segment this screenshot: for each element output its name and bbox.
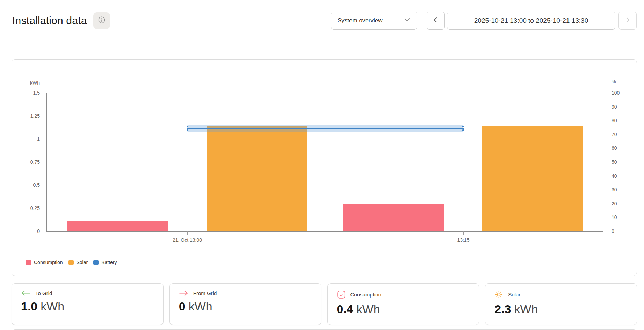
y-axis-left-tick: 0.75 <box>19 159 40 165</box>
chart-legend: ConsumptionSolarBattery <box>26 259 117 265</box>
y-axis-right-tick: 100 <box>612 90 620 96</box>
y-axis-right-tick: 0 <box>612 228 614 234</box>
bar-solar[interactable] <box>482 126 583 231</box>
date-range-button[interactable]: 2025-10-21 13:00 to 2025-10-21 13:30 <box>447 12 615 30</box>
stat-card-number: 0 <box>179 300 186 313</box>
legend-label: Consumption <box>34 259 63 265</box>
y-axis-right-tick: 60 <box>612 145 617 151</box>
date-range-label: 2025-10-21 13:00 to 2025-10-21 13:30 <box>474 17 588 24</box>
chart-card: kWh%1.51.2510.750.50.2501009080706050403… <box>12 59 637 276</box>
next-period-button[interactable] <box>618 12 637 30</box>
stat-card-from-grid: From Grid0kWh <box>169 283 321 325</box>
legend-swatch <box>93 260 99 265</box>
bar-solar[interactable] <box>207 126 307 231</box>
stat-card-label: Consumption <box>350 292 381 298</box>
info-icon <box>98 16 106 25</box>
stat-card-consumption: Consumption0.4kWh <box>327 283 479 325</box>
stat-card-solar: Solar2.3kWh <box>485 283 637 325</box>
y-axis-right-unit: % <box>612 79 616 85</box>
stat-card-label: From Grid <box>193 290 217 296</box>
y-axis-right-tick: 10 <box>612 214 617 220</box>
prev-period-button[interactable] <box>427 12 445 30</box>
stat-card-label: Solar <box>508 292 520 298</box>
energy-chart: kWh%1.51.2510.750.50.2501009080706050403… <box>12 60 637 276</box>
y-axis-right-tick: 80 <box>612 118 617 123</box>
chevron-left-icon <box>433 17 439 24</box>
outlet-icon <box>337 290 346 299</box>
stat-card-number: 0.4 <box>337 302 353 316</box>
legend-item-battery[interactable]: Battery <box>93 259 117 265</box>
legend-label: Battery <box>101 259 117 265</box>
arrow-right-icon <box>179 290 188 296</box>
y-axis-right-tick: 30 <box>612 187 617 192</box>
stat-card-to-grid: To Grid1.0kWh <box>12 283 164 325</box>
x-axis-tick-label: 21. Oct 13:00 <box>173 237 202 243</box>
stat-card-header: Solar <box>494 290 628 299</box>
battery-point-marker <box>462 126 464 127</box>
view-selector-value: System overview <box>338 17 382 24</box>
view-selector[interactable]: System overview <box>331 12 417 30</box>
chevron-down-icon <box>404 16 411 25</box>
stat-card-label: To Grid <box>35 290 52 296</box>
stat-card-value: 0kWh <box>179 300 312 313</box>
x-axis-tick-mark <box>187 231 188 235</box>
x-axis-tick-label: 13:15 <box>457 237 469 243</box>
legend-item-solar[interactable]: Solar <box>68 259 88 265</box>
battery-point-marker <box>462 130 464 131</box>
y-axis-right-tick: 20 <box>612 201 617 206</box>
bar-consumption[interactable] <box>343 204 444 231</box>
page-title: Installation data <box>12 15 87 27</box>
chevron-right-icon <box>624 17 631 24</box>
stat-card-unit: kWh <box>514 302 538 316</box>
y-axis-left-tick: 0 <box>19 228 40 234</box>
arrow-left-icon <box>21 290 30 296</box>
x-axis-tick-mark <box>463 231 464 235</box>
stat-card-value: 1.0kWh <box>21 300 154 313</box>
sun-icon <box>494 290 503 299</box>
y-axis-left-line <box>46 93 47 231</box>
bar-consumption[interactable] <box>67 221 168 231</box>
stat-card-unit: kWh <box>189 300 212 313</box>
x-axis-line <box>46 231 603 232</box>
legend-label: Solar <box>77 259 88 265</box>
stat-card-number: 1.0 <box>21 300 37 313</box>
battery-line[interactable] <box>187 128 463 129</box>
header: Installation data System overview 2025-1… <box>0 0 644 41</box>
info-button[interactable] <box>93 12 110 29</box>
stat-card-value: 2.3kWh <box>494 302 628 316</box>
stat-card-unit: kWh <box>41 300 64 313</box>
stat-card-header: Consumption <box>337 290 470 299</box>
y-axis-left-tick: 1.25 <box>19 113 40 119</box>
stat-card-number: 2.3 <box>494 302 511 316</box>
y-axis-left-tick: 0.25 <box>19 205 40 211</box>
stat-cards-row: To Grid1.0kWhFrom Grid0kWhConsumption0.4… <box>12 283 637 325</box>
y-axis-right-tick: 70 <box>612 132 617 137</box>
y-axis-left-tick: 1.5 <box>19 90 40 96</box>
stat-card-header: To Grid <box>21 290 154 296</box>
battery-point-marker <box>187 126 188 127</box>
legend-swatch <box>68 260 74 265</box>
battery-point-marker <box>187 130 188 131</box>
y-axis-left-tick: 1 <box>19 136 40 142</box>
y-axis-right-line <box>603 93 603 231</box>
stat-card-header: From Grid <box>179 290 312 296</box>
y-axis-left-tick: 0.5 <box>19 182 40 188</box>
y-axis-right-tick: 50 <box>612 159 617 165</box>
y-axis-right-tick: 90 <box>612 104 617 110</box>
legend-item-consumption[interactable]: Consumption <box>26 259 63 265</box>
legend-swatch <box>26 260 31 265</box>
stat-card-value: 0.4kWh <box>337 302 470 316</box>
y-axis-right-tick: 40 <box>612 173 617 179</box>
stat-card-unit: kWh <box>356 302 380 316</box>
y-axis-left-unit: kWh <box>19 80 40 86</box>
